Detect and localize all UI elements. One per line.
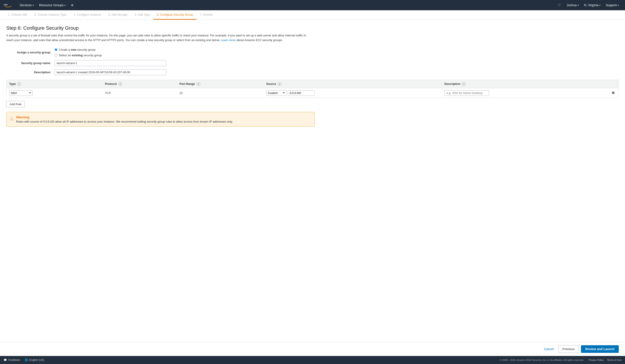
services-caret-icon: ▾ — [33, 4, 34, 6]
source-info-icon[interactable]: i — [278, 82, 281, 86]
feedback-item[interactable]: 💬 Feedback — [3, 358, 20, 362]
rule-description-input[interactable] — [444, 90, 489, 96]
support-caret-icon: ▾ — [618, 4, 619, 6]
add-rule-button[interactable]: Add Rule — [6, 101, 25, 107]
notifications-icon[interactable]: ♡ — [555, 3, 564, 8]
user-menu[interactable]: Joshua ▾ — [564, 0, 581, 10]
table-header-row: Type i Protocol i Port Range i Source i — [6, 80, 619, 88]
description-cell — [442, 88, 608, 98]
user-caret-icon: ▾ — [578, 4, 579, 6]
protocol-info-icon[interactable]: i — [119, 82, 122, 86]
col-type: Type i — [6, 80, 102, 88]
globe-icon: 🌐 — [25, 358, 28, 362]
tab-add-tags[interactable]: 5. Add Tags — [131, 10, 153, 20]
aws-logo[interactable]: aws — [3, 2, 12, 8]
region-menu[interactable]: N. Virginia ▾ — [581, 0, 603, 10]
source-cell: Custom Anywhere My IP — [264, 88, 442, 98]
port-range-info-icon[interactable]: i — [197, 82, 200, 86]
radio-new-security-group[interactable]: Create a new security group — [55, 48, 102, 51]
remove-cell: ✖ — [608, 88, 619, 98]
tab-configure-security-group[interactable]: 6. Configure Security Group — [153, 10, 196, 20]
privacy-policy-link[interactable]: Privacy Policy — [589, 359, 604, 361]
feedback-label: Feedback — [8, 358, 20, 362]
sg-name-row: Security group name: — [6, 60, 619, 66]
radio-existing-input[interactable] — [55, 54, 58, 57]
col-port-range: Port Range i — [177, 80, 264, 88]
tab-configure-instance[interactable]: 3. Configure Instance — [70, 10, 105, 20]
sg-name-label: Security group name: — [6, 61, 51, 65]
page-description: A security group is a set of firewall ru… — [6, 33, 310, 43]
remove-rule-button[interactable]: ✖ — [611, 90, 616, 96]
region-caret-icon: ▾ — [599, 4, 600, 6]
sg-description-row: Description: — [6, 69, 619, 75]
terms-of-use-link[interactable]: Terms of Use — [607, 359, 622, 361]
rules-table: Type i Protocol i Port Range i Source i — [6, 80, 619, 98]
radio-existing-security-group[interactable]: Select an existing security group — [55, 54, 102, 57]
rules-table-wrap: Type i Protocol i Port Range i Source i — [6, 80, 619, 98]
source-type-select[interactable]: Custom Anywhere My IP — [266, 90, 286, 96]
warning-box: △ Warning Rules with source of 0.0.0.0/0… — [6, 112, 315, 127]
assign-security-group-row: Assign a security group: Create a new se… — [6, 48, 619, 57]
table-row: SSH HTTP HTTPS Custom TCP All traffic TC… — [6, 88, 619, 98]
resource-groups-caret-icon: ▾ — [64, 4, 65, 6]
review-and-launch-button[interactable]: Review and Launch — [581, 345, 619, 353]
support-menu[interactable]: Support ▾ — [603, 0, 622, 10]
language-label: English (US) — [29, 358, 44, 362]
top-navigation: aws Services ▾ Resource Groups ▾ ★ ♡ Jos… — [0, 0, 625, 10]
sg-name-input[interactable] — [55, 60, 166, 66]
svg-text:aws: aws — [4, 3, 8, 6]
learn-more-link[interactable]: Learn more — [221, 38, 236, 42]
previous-button[interactable]: Previous — [558, 345, 579, 353]
source-cidr-input[interactable] — [288, 90, 314, 96]
warning-triangle-icon: △ — [10, 115, 13, 121]
col-source: Source i — [264, 80, 442, 88]
cancel-button[interactable]: Cancel — [542, 346, 556, 352]
warning-content: Warning Rules with source of 0.0.0.0/0 a… — [16, 115, 233, 123]
description-info-icon[interactable]: i — [462, 82, 466, 86]
resource-groups-nav[interactable]: Resource Groups ▾ — [36, 0, 68, 10]
page-title: Step 6: Configure Security Group — [6, 25, 619, 31]
tab-add-storage[interactable]: 4. Add Storage — [105, 10, 131, 20]
favorites-icon[interactable]: ★ — [68, 3, 76, 8]
type-info-icon[interactable]: i — [17, 82, 21, 86]
tab-review[interactable]: 7. Review — [196, 10, 216, 20]
wizard-tabs: 1. Choose AMI 2. Choose Instance Type 3.… — [0, 10, 625, 20]
description-text-2: about Amazon EC2 security groups. — [236, 38, 283, 42]
services-nav[interactable]: Services ▾ — [17, 0, 36, 10]
port-range-cell: 22 — [177, 88, 264, 98]
protocol-cell: TCP — [102, 88, 177, 98]
bottom-bar: 💬 Feedback 🌐 English (US) © 2008 - 2018,… — [0, 356, 625, 364]
type-select[interactable]: SSH HTTP HTTPS Custom TCP All traffic — [9, 90, 33, 96]
type-cell: SSH HTTP HTTPS Custom TCP All traffic — [6, 88, 102, 98]
tab-choose-ami[interactable]: 1. Choose AMI — [4, 10, 31, 20]
col-actions — [608, 80, 619, 88]
sg-description-input[interactable] — [55, 69, 166, 75]
warning-title: Warning — [16, 115, 233, 119]
main-content: Step 6: Configure Security Group A secur… — [0, 20, 625, 342]
tab-choose-instance-type[interactable]: 2. Choose Instance Type — [31, 10, 70, 20]
warning-text: Rules with source of 0.0.0.0/0 allow all… — [16, 120, 233, 123]
language-item[interactable]: 🌐 English (US) — [25, 358, 44, 362]
col-protocol: Protocol i — [102, 80, 177, 88]
feedback-chat-icon: 💬 — [3, 358, 7, 362]
copyright-text: © 2008 - 2018, Amazon Web Services, Inc.… — [500, 359, 584, 361]
assign-security-group-label: Assign a security group: — [6, 51, 51, 54]
footer-actions: Cancel Previous Review and Launch — [0, 342, 625, 356]
policy-links: Privacy Policy Terms of Use — [589, 359, 622, 361]
col-description: Description i — [442, 80, 608, 88]
sg-description-label: Description: — [6, 71, 51, 74]
radio-new-input[interactable] — [55, 48, 58, 51]
